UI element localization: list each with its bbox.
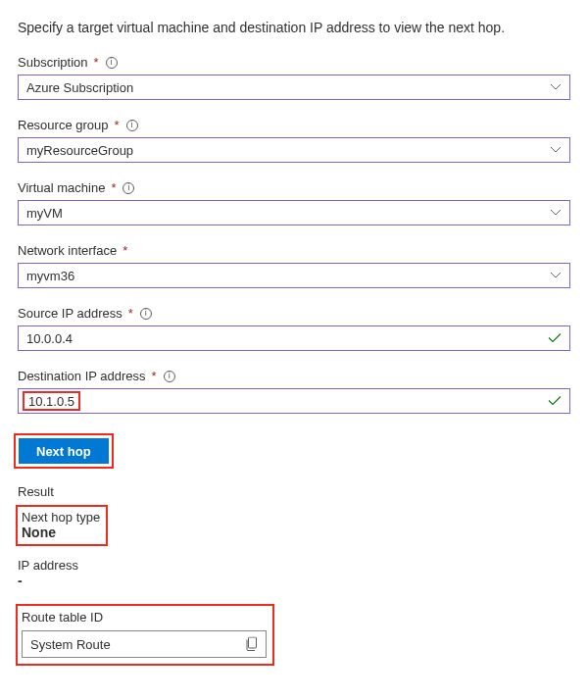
ip-address-value: - — [18, 573, 570, 588]
info-icon[interactable]: i — [106, 57, 118, 69]
network-interface-field: Network interface * myvm36 — [18, 243, 570, 288]
route-table-label: Route table ID — [22, 610, 267, 625]
network-interface-select[interactable]: myvm36 — [18, 263, 570, 288]
source-ip-value: 10.0.0.4 — [26, 331, 73, 346]
intro-text: Specify a target virtual machine and des… — [18, 20, 570, 35]
required-asterisk: * — [94, 55, 99, 70]
destination-ip-field: Destination IP address * i 10.1.0.5 — [18, 369, 570, 414]
source-ip-input[interactable]: 10.0.0.4 — [18, 325, 570, 351]
resource-group-label-text: Resource group — [18, 118, 109, 132]
info-icon[interactable]: i — [126, 120, 138, 131]
network-interface-label-text: Network interface — [18, 243, 117, 258]
resource-group-field: Resource group * i myResourceGroup — [18, 118, 570, 163]
route-table-value-box[interactable]: System Route — [22, 630, 267, 658]
subscription-value: Azure Subscription — [26, 80, 133, 95]
source-ip-label: Source IP address * i — [18, 306, 570, 321]
destination-ip-label: Destination IP address * i — [18, 369, 570, 383]
result-heading: Result — [18, 484, 570, 499]
required-asterisk: * — [128, 306, 133, 321]
next-hop-type-value: None — [22, 525, 100, 540]
virtual-machine-select[interactable]: myVM — [18, 200, 570, 225]
destination-ip-input[interactable]: 10.1.0.5 — [18, 388, 570, 414]
network-interface-label: Network interface * — [18, 243, 570, 258]
subscription-field: Subscription * i Azure Subscription — [18, 55, 570, 100]
checkmark-icon — [548, 396, 562, 407]
required-asterisk: * — [152, 369, 157, 383]
virtual-machine-value: myVM — [26, 206, 63, 221]
resource-group-value: myResourceGroup — [26, 143, 133, 158]
required-asterisk: * — [115, 118, 120, 132]
network-interface-value: myvm36 — [26, 269, 74, 283]
subscription-label-text: Subscription — [18, 55, 88, 70]
destination-ip-label-text: Destination IP address — [18, 369, 146, 383]
svg-rect-0 — [249, 637, 257, 648]
chevron-down-icon — [550, 83, 562, 91]
ip-address-block: IP address - — [18, 558, 570, 588]
subscription-label: Subscription * i — [18, 55, 570, 70]
resource-group-select[interactable]: myResourceGroup — [18, 137, 570, 163]
copy-icon[interactable] — [245, 637, 258, 652]
info-icon[interactable]: i — [164, 371, 175, 382]
chevron-down-icon — [550, 146, 562, 154]
route-table-value: System Route — [30, 637, 111, 652]
virtual-machine-label: Virtual machine * i — [18, 180, 570, 195]
route-table-block: Route table ID System Route — [18, 606, 272, 664]
info-icon[interactable]: i — [140, 308, 152, 320]
ip-address-label: IP address — [18, 558, 570, 573]
resource-group-label: Resource group * i — [18, 118, 570, 132]
subscription-select[interactable]: Azure Subscription — [18, 75, 570, 100]
chevron-down-icon — [550, 209, 562, 217]
info-icon[interactable]: i — [122, 182, 134, 194]
next-hop-type-block: Next hop type None — [18, 507, 106, 544]
chevron-down-icon — [550, 272, 562, 279]
destination-ip-value: 10.1.0.5 — [28, 394, 74, 409]
required-asterisk: * — [111, 180, 116, 195]
destination-ip-highlight: 10.1.0.5 — [23, 391, 80, 411]
checkmark-icon — [548, 333, 562, 344]
next-hop-type-label: Next hop type — [22, 510, 100, 525]
virtual-machine-label-text: Virtual machine — [18, 180, 105, 195]
source-ip-label-text: Source IP address — [18, 306, 122, 321]
required-asterisk: * — [122, 243, 127, 258]
next-hop-button-highlight: Next hop — [18, 437, 110, 465]
next-hop-button[interactable]: Next hop — [19, 438, 109, 464]
source-ip-field: Source IP address * i 10.0.0.4 — [18, 306, 570, 351]
virtual-machine-field: Virtual machine * i myVM — [18, 180, 570, 225]
